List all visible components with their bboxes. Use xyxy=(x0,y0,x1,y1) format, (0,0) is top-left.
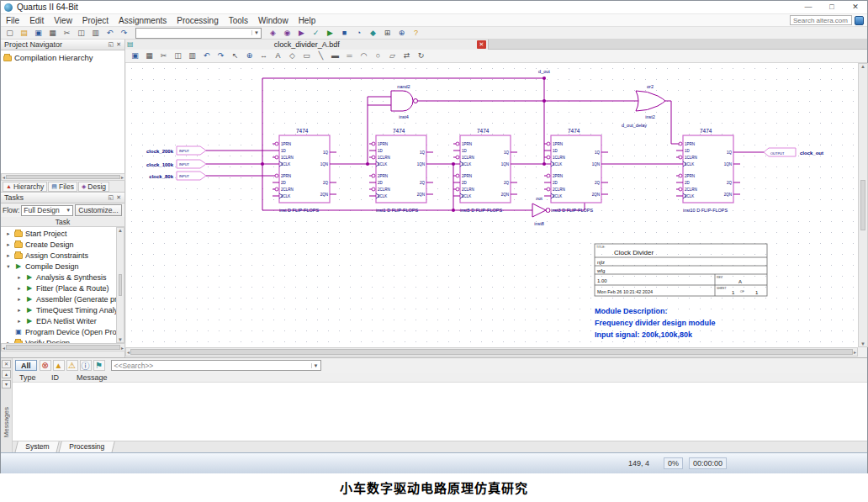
cut-icon[interactable]: ✂ xyxy=(61,28,73,39)
scroll-right-icon[interactable]: ▸ xyxy=(121,345,124,351)
pin-panel-icon[interactable]: ◱ xyxy=(108,194,114,201)
undo-icon[interactable]: ↶ xyxy=(103,28,116,39)
canvas-vscrollbar[interactable]: ▲ ▼ xyxy=(858,63,868,347)
flipflop-inst[interactable]: 7474 1PRN1D 1CLRN1CLK 2PRN2D 2CLRN2CLK 1… xyxy=(273,128,336,213)
title-block[interactable]: TITLE: Clock Divider njlz wfg 1.00 REV A… xyxy=(595,244,767,296)
input-pin-clock-200k[interactable]: INPUT clock_200k xyxy=(146,146,206,155)
print-icon[interactable]: ▦ xyxy=(143,50,156,61)
menu-item[interactable]: Processing xyxy=(172,16,223,25)
save-icon[interactable]: ▣ xyxy=(129,50,141,61)
scrollbar-thumb[interactable] xyxy=(130,349,853,354)
flow-select[interactable]: Full Design ▼ xyxy=(21,205,73,216)
expand-arrow-icon[interactable]: ▸ xyxy=(16,307,23,314)
run-icon[interactable]: ▶ xyxy=(324,28,336,39)
conduit-tool-icon[interactable]: ═ xyxy=(343,50,356,61)
menu-item[interactable]: Edit xyxy=(24,16,49,25)
redo-icon[interactable]: ↷ xyxy=(118,28,130,39)
schematic-canvas[interactable]: d_out d_out_delay nand2 inst4 or2 inst2 … xyxy=(126,63,858,347)
selection-tool-icon[interactable]: ↖ xyxy=(229,50,241,61)
scroll-down-icon[interactable]: ▼ xyxy=(118,337,123,342)
netlist-viewer-icon[interactable]: ◆ xyxy=(367,28,379,39)
tab-design-units[interactable]: ◈Desig xyxy=(78,182,109,192)
filter-icon[interactable]: ⓘ xyxy=(80,360,92,371)
expand-arrow-icon[interactable]: ▸ xyxy=(5,230,12,237)
pan-tool-icon[interactable]: ↔ xyxy=(257,50,270,61)
block-tool-icon[interactable]: ▭ xyxy=(300,50,313,61)
all-filter-button[interactable]: All xyxy=(15,360,37,371)
expand-arrow-icon[interactable]: ▸ xyxy=(16,296,23,303)
tab-files[interactable]: ▤Files xyxy=(48,182,77,192)
flipflop-inst10[interactable]: 7474 1PRN1D 1CLRN1CLK 2PRN2D 2CLRN2CLK 1… xyxy=(676,128,740,213)
compilation-hierarchy-item[interactable]: Compilation Hierarchy xyxy=(3,52,122,63)
filter-icon[interactable]: ⊗ xyxy=(40,360,51,371)
tab-processing[interactable]: Processing xyxy=(59,441,116,453)
scroll-left-icon[interactable]: ◂ xyxy=(127,349,130,355)
scroll-down-icon[interactable]: ▼ xyxy=(860,341,865,346)
undo-icon[interactable]: ↶ xyxy=(200,50,213,61)
menu-item[interactable]: File xyxy=(1,16,24,25)
dock-up-button[interactable]: ▴ xyxy=(2,370,11,378)
help-icon[interactable]: ? xyxy=(410,28,422,39)
paste-icon[interactable]: ▥ xyxy=(186,50,198,61)
start-compilation-icon[interactable]: ▶ xyxy=(295,28,308,39)
arc-tool-icon[interactable]: ◠ xyxy=(357,50,370,61)
toolbar-combobox[interactable]: ▼ xyxy=(135,28,262,39)
flipflop-inst5[interactable]: 7474 1PRN1D 1CLRN1CLK 2PRN2D 2CLRN2CLK 1… xyxy=(453,128,517,213)
project-settings-icon[interactable]: ◈ xyxy=(267,28,279,39)
maximize-button[interactable]: □ xyxy=(820,1,844,13)
zoom-tool-icon[interactable]: ⊕ xyxy=(243,50,256,61)
redo-icon[interactable]: ↷ xyxy=(214,50,227,61)
search-button[interactable] xyxy=(855,16,864,25)
task-row[interactable]: ▸ Verify Design xyxy=(1,337,124,343)
cut-icon[interactable]: ✂ xyxy=(157,50,170,61)
expand-arrow-icon[interactable]: ▸ xyxy=(16,285,23,292)
scroll-up-icon[interactable]: ▲ xyxy=(860,64,865,69)
text-tool-icon[interactable]: A xyxy=(272,50,284,61)
open-file-icon[interactable]: ▤ xyxy=(18,28,30,39)
input-pin-clock-80k[interactable]: INPUT clock_80k xyxy=(149,172,206,180)
dock-down-button[interactable]: ▾ xyxy=(2,380,11,388)
input-pin-clock-100k[interactable]: INPUT clock_100k xyxy=(146,160,206,168)
scroll-up-icon[interactable]: ▲ xyxy=(118,228,123,233)
pin-panel-icon[interactable]: ◱ xyxy=(108,41,114,48)
save-icon[interactable]: ▣ xyxy=(32,28,45,39)
menu-item[interactable]: View xyxy=(49,16,77,25)
task-row[interactable]: ▸ ▶ Fitter (Place & Route) xyxy=(1,283,124,293)
filter-icon[interactable]: ⚑ xyxy=(93,360,105,371)
task-row[interactable]: ▸ ▶ Assembler (Generate pr xyxy=(1,293,124,304)
stop-icon[interactable]: ■ xyxy=(338,28,351,39)
scrollbar-thumb[interactable] xyxy=(860,180,865,230)
or2-gate[interactable]: or2 inst2 xyxy=(636,84,665,119)
expand-arrow-icon[interactable]: ▸ xyxy=(5,241,12,248)
copy-icon[interactable]: ◫ xyxy=(172,50,184,61)
task-row[interactable]: ▸ ▶ Analysis & Synthesis xyxy=(1,272,124,283)
programmer-icon[interactable]: ⊞ xyxy=(381,28,394,39)
scrollbar-thumb[interactable] xyxy=(6,345,120,350)
menu-item[interactable]: Help xyxy=(294,16,321,25)
bus-tool-icon[interactable]: ▬ xyxy=(329,50,341,61)
wire-tool-icon[interactable]: ╲ xyxy=(315,50,327,61)
close-panel-icon[interactable]: ✕ xyxy=(116,41,121,48)
close-messages-button[interactable]: ✕ xyxy=(2,360,11,368)
close-tab-button[interactable]: ✕ xyxy=(477,40,486,49)
task-row[interactable]: ▸ ▶ TimeQuest Timing Analy xyxy=(1,304,124,315)
nand2-gate[interactable]: nand2 inst4 xyxy=(391,84,418,119)
flip-icon[interactable]: ⇄ xyxy=(400,50,413,61)
canvas-hscrollbar[interactable]: ◂ ▸ xyxy=(125,347,858,357)
output-pin-clock-out[interactable]: OUTPUT clock_out xyxy=(764,148,823,156)
document-tab[interactable]: ▤ clock_divider_A.bdf ✕ xyxy=(125,40,489,50)
circle-tool-icon[interactable]: ○ xyxy=(372,50,384,61)
close-button[interactable]: ✕ xyxy=(844,1,867,13)
minimize-button[interactable]: — xyxy=(797,1,820,13)
copy-icon[interactable]: ◫ xyxy=(75,28,87,39)
timing-analyzer-icon[interactable]: ◔ xyxy=(352,28,365,39)
menu-item[interactable]: Project xyxy=(77,16,114,25)
menu-item[interactable]: Window xyxy=(253,16,294,25)
scroll-right-icon[interactable]: ▸ xyxy=(121,174,124,180)
expand-arrow-icon[interactable]: ▸ xyxy=(16,274,23,281)
tab-hierarchy[interactable]: ▲Hierarchy xyxy=(3,182,47,192)
new-file-icon[interactable]: ▢ xyxy=(3,28,16,39)
scroll-left-icon[interactable]: ◂ xyxy=(3,345,5,351)
assignment-editor-icon[interactable]: ◉ xyxy=(281,28,294,39)
task-row[interactable]: ▾ ▶ Compile Design xyxy=(1,261,124,272)
